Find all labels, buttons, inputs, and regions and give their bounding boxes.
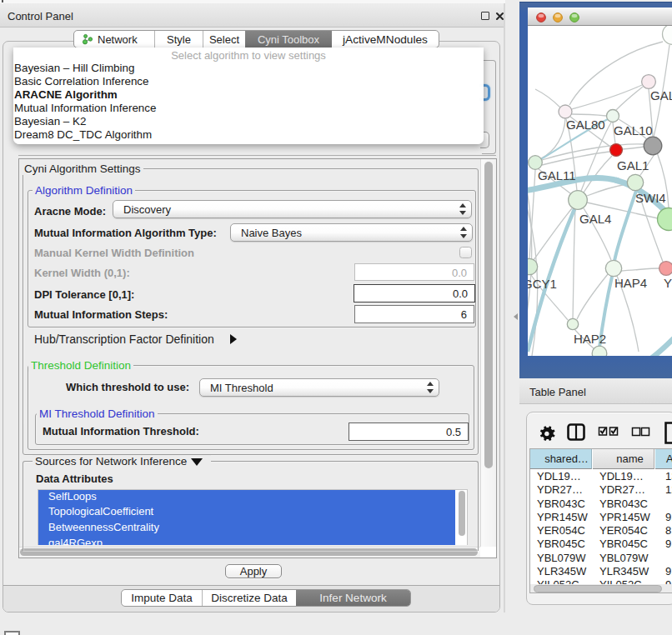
svg-text:YJ: YJ	[664, 276, 672, 290]
svg-text:HAP2: HAP2	[574, 332, 606, 346]
svg-text:HAP4: HAP4	[614, 276, 647, 290]
svg-text:GAL11: GAL11	[538, 168, 576, 182]
svg-text:GAL7: GAL7	[650, 88, 672, 102]
svg-text:GAL1: GAL1	[617, 158, 649, 172]
svg-text:GAL4: GAL4	[579, 212, 611, 226]
svg-text:GCY1: GCY1	[528, 277, 557, 291]
svg-text:SWI4: SWI4	[635, 191, 666, 205]
svg-text:GAL80: GAL80	[566, 118, 605, 132]
svg-text:GAL10: GAL10	[614, 123, 653, 138]
